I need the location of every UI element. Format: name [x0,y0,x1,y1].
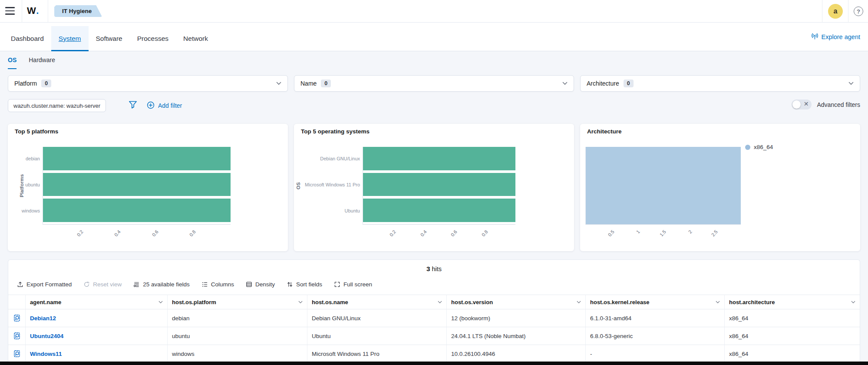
chevron-down-icon [848,82,854,85]
refresh-icon [83,281,90,288]
column-header-host-os-kernel-release[interactable]: host.os.kernel.release [586,295,725,309]
column-header-host-os-version[interactable]: host.os.version [447,295,586,309]
area-plot-area [585,147,741,225]
broadcast-icon [811,33,818,41]
charts-row: Top 5 platforms Platforms debianubuntuwi… [8,124,860,251]
x-tick-label: 0.8 [477,229,488,241]
x-axis-ticks: 0.20.40.60.8 [363,226,515,245]
chevron-down-icon[interactable] [716,301,720,304]
results-panel: 3hits Export Formatted Reset view 25 ava… [8,259,860,362]
chevron-down-icon[interactable] [298,301,303,304]
plus-circle-icon [147,101,155,110]
divider [822,0,822,23]
chevron-down-icon[interactable] [158,301,163,304]
chart-title: Top 5 operating systems [301,128,370,135]
tab-processes[interactable]: Processes [130,26,176,51]
table-row: Windows11 windows Microsoft Windows 11 P… [8,345,860,362]
advanced-filters-toggle[interactable]: ✕ [792,100,812,110]
bar-ubuntu[interactable] [43,173,231,196]
export-formatted-button[interactable]: Export Formatted [17,281,72,288]
bar-plot-area [43,147,231,225]
bottom-edge-bar [0,362,868,365]
platform-select[interactable]: Platform 0 [8,75,288,92]
x-tick-label: 1.5 [656,229,667,241]
available-fields-button[interactable]: 25 available fields [133,281,189,288]
reset-view-button[interactable]: Reset view [83,281,122,288]
column-header-agent-name[interactable]: agent.name [26,295,168,309]
y-axis-category-labels: debianubuntuwindows [8,147,40,222]
cluster-filter-pill[interactable]: wazuh.cluster.name: wazuh-server [8,99,106,112]
toggle-knob [792,100,801,109]
chevron-down-icon[interactable] [438,301,442,304]
agent-link[interactable]: Ubuntu2404 [30,333,63,339]
top-5-platforms-chart: Top 5 platforms Platforms debianubuntuwi… [8,124,288,251]
column-header-host-architecture[interactable]: host.architecture [725,295,860,309]
count-badge: 0 [624,80,634,87]
x-axis-ticks: 0.20.40.60.8 [43,226,231,245]
agent-link[interactable]: Windows11 [30,351,62,357]
hits-count: 3hits [8,265,860,275]
sort-icon [287,281,293,288]
columns-button[interactable]: Columns [201,281,234,288]
architecture-chart: Architecture 0.511.522.5 x86_64 [580,124,860,251]
filter-selects-row: Platform 0 Name 0 Architecture 0 [8,75,860,92]
tab-system[interactable]: System [51,26,89,51]
chart-legend[interactable]: x86_64 [745,144,773,150]
agent-link[interactable]: Debian12 [30,315,56,322]
x-tick-label: 2 [681,229,693,241]
legend-dot-icon [745,145,750,150]
table-row: Ubuntu2404 ubuntu Ubuntu 24.04.1 LTS (No… [8,327,860,345]
x-tick-label: 2.5 [707,229,719,241]
y-axis-category-label: debian [8,147,40,170]
tab-network[interactable]: Network [176,26,215,51]
chevron-down-icon [562,82,568,85]
tab-software[interactable]: Software [89,26,130,51]
full-screen-button[interactable]: Full screen [334,281,372,288]
chevron-down-icon[interactable] [851,301,855,304]
y-axis-category-label: windows [8,199,40,222]
y-axis-category-label: Microsoft Windows 11 Pro [294,173,360,196]
divider [22,0,22,23]
help-icon[interactable]: ? [854,7,863,16]
subtab-hardware[interactable]: Hardware [29,56,55,69]
fields-icon [133,281,140,288]
bar-Debian GNU/Linux[interactable] [363,147,515,170]
tab-dashboard[interactable]: Dashboard [3,26,51,51]
architecture-select[interactable]: Architecture 0 [580,75,860,92]
add-filter-button[interactable]: Add filter [147,99,182,112]
inspect-document-icon[interactable] [13,350,21,358]
sort-fields-button[interactable]: Sort fields [287,281,322,288]
bar-debian[interactable] [43,147,231,170]
density-button[interactable]: Density [246,281,275,288]
avatar[interactable]: a [828,4,843,19]
os-hardware-subtabs: OS Hardware [8,56,55,69]
wazuh-logo[interactable]: W. [27,5,39,17]
column-header-host-os-name[interactable]: host.os.name [307,295,447,309]
area-series-x86_64[interactable] [586,147,741,224]
name-select[interactable]: Name 0 [294,75,574,92]
bar-Microsoft Windows 11 Pro[interactable] [363,173,515,196]
filter-bar: wazuh.cluster.name: wazuh-server Add fil… [8,99,860,112]
x-tick-label: 0.8 [185,229,197,241]
app-title-badge: IT Hygiene [54,5,102,17]
filter-funnel-icon[interactable] [129,100,137,111]
bar-windows[interactable] [43,199,231,222]
fullscreen-icon [334,281,340,288]
x-tick-label: 0.4 [416,229,427,241]
columns-icon [201,281,208,288]
divider [848,0,848,23]
inspect-document-icon[interactable] [13,314,21,322]
x-tick-label: 0.5 [604,229,615,241]
module-tab-bar: Dashboard System Software Processes Netw… [0,23,868,51]
explore-agent-button[interactable]: Explore agent [811,23,860,51]
chevron-down-icon[interactable] [577,301,581,304]
subtab-os[interactable]: OS [8,56,17,69]
y-axis-category-label: ubuntu [8,173,40,196]
inspect-document-icon[interactable] [13,332,21,340]
hamburger-menu-icon[interactable] [5,7,15,15]
x-tick-label: 0.2 [386,229,397,241]
x-tick-label: 0.6 [447,229,458,241]
toggle-off-x-icon: ✕ [804,100,809,107]
bar-Ubuntu[interactable] [363,199,515,222]
column-header-host-os-platform[interactable]: host.os.platform [168,295,307,309]
